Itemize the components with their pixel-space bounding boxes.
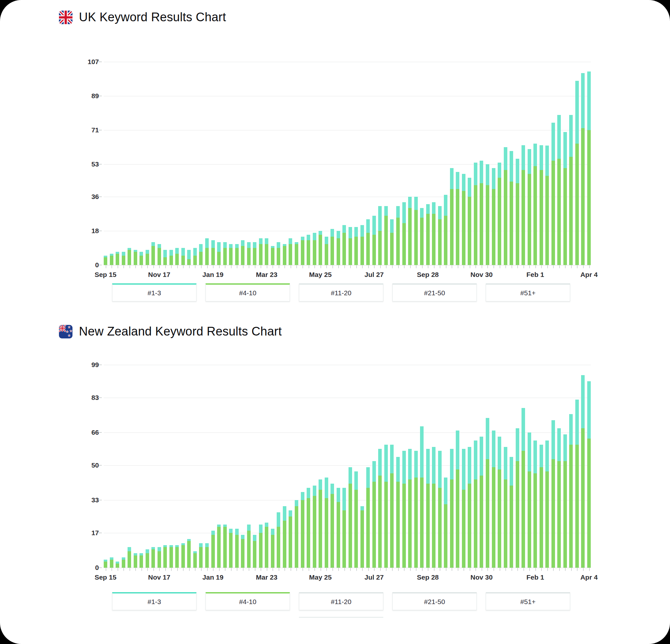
bar-week-5[interactable]	[134, 553, 137, 568]
bar-week-69[interactable]	[516, 159, 519, 265]
bar-week-42[interactable]	[354, 227, 358, 265]
bar-week-79[interactable]	[575, 400, 579, 568]
bar-week-21[interactable]	[229, 529, 232, 568]
bar-week-30[interactable]	[283, 506, 286, 568]
bar-week-57[interactable]	[444, 478, 447, 568]
bar-week-7[interactable]	[146, 549, 149, 568]
bar-week-4[interactable]	[128, 547, 131, 568]
bar-week-69[interactable]	[516, 428, 519, 568]
bar-week-44[interactable]	[366, 219, 370, 265]
bar-week-22[interactable]	[235, 529, 239, 568]
bar-week-34[interactable]	[307, 488, 310, 568]
bar-week-50[interactable]	[402, 202, 406, 265]
bar-week-0[interactable]	[104, 256, 107, 265]
bar-week-21[interactable]	[229, 244, 232, 265]
bar-week-56[interactable]	[438, 451, 442, 568]
bar-week-9[interactable]	[158, 547, 161, 568]
bar-week-13[interactable]	[182, 543, 185, 568]
bar-week-49[interactable]	[396, 206, 400, 265]
bar-week-33[interactable]	[301, 237, 304, 265]
bar-week-3[interactable]	[122, 252, 125, 265]
bar-week-17[interactable]	[205, 238, 209, 265]
bar-week-55[interactable]	[432, 447, 436, 568]
bar-week-20[interactable]	[223, 524, 227, 568]
bar-week-4[interactable]	[128, 248, 131, 265]
bar-week-61[interactable]	[468, 447, 471, 568]
bar-week-15[interactable]	[193, 551, 197, 568]
bar-week-73[interactable]	[539, 145, 543, 265]
bar-week-31[interactable]	[289, 510, 292, 568]
bar-week-23[interactable]	[241, 535, 244, 568]
bar-week-81[interactable]	[587, 381, 591, 568]
bar-week-25[interactable]	[253, 535, 256, 568]
bar-week-25[interactable]	[253, 242, 256, 265]
bar-week-14[interactable]	[187, 250, 191, 265]
bar-week-75[interactable]	[551, 420, 555, 568]
bar-week-58[interactable]	[450, 168, 454, 265]
bar-week-32[interactable]	[295, 242, 298, 265]
bar-week-56[interactable]	[438, 206, 442, 265]
bar-week-46[interactable]	[378, 206, 382, 265]
bar-week-78[interactable]	[569, 115, 573, 265]
bar-week-79[interactable]	[575, 81, 579, 265]
bar-week-61[interactable]	[468, 178, 471, 265]
bar-week-10[interactable]	[163, 545, 167, 568]
legend-item-1-3[interactable]: #1-3	[112, 592, 197, 610]
bar-week-1[interactable]	[110, 254, 113, 265]
bar-week-51[interactable]	[408, 449, 412, 568]
bar-week-45[interactable]	[372, 461, 376, 568]
legend-item-11-20[interactable]: #11-20	[299, 592, 383, 610]
bar-week-53[interactable]	[420, 208, 424, 265]
bar-week-68[interactable]	[510, 151, 513, 265]
bar-week-43[interactable]	[360, 506, 364, 568]
bar-week-74[interactable]	[545, 145, 549, 265]
bar-week-53[interactable]	[420, 426, 424, 568]
bar-week-59[interactable]	[456, 430, 459, 568]
bar-week-74[interactable]	[545, 440, 549, 568]
bar-week-29[interactable]	[277, 512, 280, 568]
bar-week-41[interactable]	[349, 227, 352, 265]
bar-week-6[interactable]	[139, 252, 143, 265]
bar-week-37[interactable]	[325, 237, 328, 265]
bar-week-72[interactable]	[533, 440, 537, 568]
bar-week-36[interactable]	[319, 231, 322, 265]
bar-week-70[interactable]	[522, 145, 525, 265]
bar-week-81[interactable]	[587, 71, 591, 265]
bar-week-38[interactable]	[331, 484, 334, 568]
bar-week-12[interactable]	[175, 248, 179, 265]
bar-week-39[interactable]	[337, 231, 340, 265]
bar-week-27[interactable]	[265, 523, 268, 568]
bar-week-24[interactable]	[247, 242, 251, 265]
bar-week-51[interactable]	[408, 197, 412, 265]
bar-week-9[interactable]	[158, 244, 161, 265]
bar-week-40[interactable]	[343, 488, 346, 568]
bar-week-42[interactable]	[354, 471, 358, 568]
bar-week-52[interactable]	[414, 451, 418, 568]
bar-week-23[interactable]	[241, 240, 244, 265]
bar-week-3[interactable]	[122, 557, 125, 568]
legend-item-51plus[interactable]: #51+	[486, 283, 570, 301]
bar-week-13[interactable]	[182, 248, 185, 265]
bar-week-71[interactable]	[528, 149, 531, 265]
bar-week-65[interactable]	[492, 168, 495, 265]
bar-week-78[interactable]	[569, 414, 573, 568]
bar-week-60[interactable]	[462, 449, 466, 568]
bar-week-76[interactable]	[557, 428, 561, 568]
bar-week-17[interactable]	[205, 543, 209, 568]
bar-week-45[interactable]	[372, 216, 376, 265]
bar-week-68[interactable]	[510, 457, 513, 568]
bar-week-80[interactable]	[581, 375, 585, 568]
bar-week-64[interactable]	[486, 418, 489, 568]
bar-week-19[interactable]	[217, 242, 220, 265]
bar-week-72[interactable]	[533, 143, 537, 265]
bar-week-67[interactable]	[504, 147, 507, 265]
bar-week-47[interactable]	[384, 206, 388, 265]
bar-week-28[interactable]	[271, 246, 274, 265]
bar-week-6[interactable]	[139, 553, 143, 568]
bar-week-30[interactable]	[283, 244, 286, 265]
bar-week-31[interactable]	[289, 238, 292, 265]
bar-week-58[interactable]	[450, 449, 454, 568]
bar-week-2[interactable]	[116, 252, 119, 265]
bar-week-64[interactable]	[486, 164, 489, 265]
legend-item-51plus[interactable]: #51+	[486, 592, 570, 610]
